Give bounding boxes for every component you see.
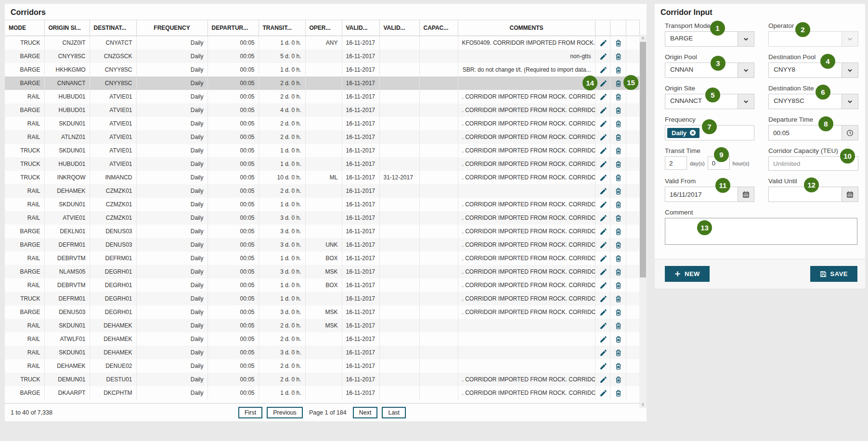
scrollbar-thumb[interactable]: [640, 42, 646, 277]
col-header-transit[interactable]: TRANSIT...: [259, 20, 305, 36]
delete-icon[interactable]: [610, 211, 626, 225]
table-row[interactable]: RAILSKDUN01CZMZK01Daily00:051 d. 0 h.16-…: [5, 198, 639, 211]
table-row[interactable]: RAILDEBRVTMDEGRH01Daily00:051 d. 0 h.BOX…: [5, 278, 639, 292]
col-header-capacity[interactable]: CAPAC...: [419, 20, 458, 36]
edit-icon[interactable]: [595, 63, 610, 76]
edit-icon[interactable]: [595, 144, 610, 157]
edit-icon[interactable]: [595, 157, 610, 171]
col-header-departure[interactable]: DEPARTUR...: [207, 20, 259, 36]
delete-icon[interactable]: [610, 292, 626, 305]
table-row[interactable]: BARGEDEFRM01DENUS03Daily00:053 d. 0 h.UN…: [5, 238, 639, 252]
edit-icon[interactable]: [595, 36, 610, 50]
edit-icon[interactable]: [595, 117, 610, 130]
calendar-icon[interactable]: [842, 187, 858, 202]
table-row[interactable]: RAILATWLF01DEHAMEKDaily00:052 d. 0 h.16-…: [5, 332, 639, 346]
col-header-frequency[interactable]: FREQUENCY: [136, 20, 207, 36]
edit-icon[interactable]: [595, 386, 610, 400]
delete-icon[interactable]: [610, 144, 626, 157]
edit-icon[interactable]: [595, 359, 610, 373]
table-row[interactable]: TRUCKCNJZ0ITCNYATCTDaily00:051 d. 0 h.AN…: [5, 36, 639, 50]
delete-icon[interactable]: [610, 171, 626, 184]
edit-icon[interactable]: [595, 332, 610, 346]
delete-icon[interactable]: [610, 359, 626, 373]
delete-icon[interactable]: [610, 103, 626, 117]
next-page-button[interactable]: Next: [353, 407, 378, 418]
origin-pool-select[interactable]: CNNAN: [665, 63, 754, 78]
delete-icon[interactable]: [610, 50, 626, 63]
col-header-destination[interactable]: DESTINAT...: [90, 20, 136, 36]
scroll-up-icon[interactable]: ∧: [639, 35, 647, 41]
edit-icon[interactable]: [595, 265, 610, 278]
delete-icon[interactable]: [610, 346, 626, 359]
transport-mode-select[interactable]: BARGE: [665, 31, 754, 47]
remove-chip-icon[interactable]: [689, 129, 696, 136]
edit-icon[interactable]: [595, 278, 610, 292]
table-row[interactable]: TRUCKDEFRM01DEGRH01Daily00:051 d. 0 h.16…: [5, 292, 639, 305]
delete-icon[interactable]: [610, 157, 626, 171]
table-row[interactable]: TRUCKSKDUN01ATVIE01Daily00:051 d. 0 h.16…: [5, 144, 639, 157]
edit-icon[interactable]: [595, 225, 610, 238]
table-row[interactable]: BARGEDEKLN01DENUS03Daily00:053 d. 0 h.16…: [5, 225, 639, 238]
destination-site-select[interactable]: CNYY8SC: [768, 94, 858, 109]
last-page-button[interactable]: Last: [382, 407, 406, 418]
table-row[interactable]: RAILATLNZ01ATVIE01Daily00:052 d. 0 h.16-…: [5, 130, 639, 144]
delete-icon[interactable]: [610, 305, 626, 319]
delete-icon[interactable]: [610, 386, 626, 400]
edit-icon[interactable]: [595, 305, 610, 319]
edit-icon[interactable]: [595, 103, 610, 117]
table-row[interactable]: BARGEHKHKGMOCNYY8SCDaily00:051 d. 0 h.16…: [5, 63, 639, 76]
previous-page-button[interactable]: Previous: [267, 407, 303, 418]
table-row[interactable]: RAILSKDUN01ATVIE01Daily00:052 d. 0 h.16-…: [5, 117, 639, 130]
table-row[interactable]: RAILSKDUN01DEHAMEKDaily00:053 d. 0 h.16-…: [5, 346, 639, 359]
delete-icon[interactable]: [610, 238, 626, 252]
table-row[interactable]: TRUCKHUBUD01ATVIE01Daily00:051 d. 0 h.16…: [5, 157, 639, 171]
delete-icon[interactable]: [610, 373, 626, 386]
edit-icon[interactable]: [595, 319, 610, 332]
table-row[interactable]: RAILDEHAMEKCZMZK01Daily00:052 d. 0 h.16-…: [5, 184, 639, 198]
delete-icon[interactable]: [610, 184, 626, 198]
first-page-button[interactable]: First: [238, 407, 262, 418]
edit-icon[interactable]: [595, 198, 610, 211]
edit-icon[interactable]: [595, 346, 610, 359]
scroll-down-icon[interactable]: ∨: [639, 401, 647, 408]
destination-pool-select[interactable]: CNYY8: [768, 63, 858, 78]
table-row[interactable]: BARGEDENUS03DEGRH01Daily00:053 d. 0 h.MS…: [5, 305, 639, 319]
table-row[interactable]: BARGEDKAARPTDKCPHTMDaily00:051 d. 0 h.16…: [5, 386, 639, 400]
delete-icon[interactable]: [610, 225, 626, 238]
table-row[interactable]: RAILDEHAMEKDENUE02Daily00:052 d. 0 h.16-…: [5, 359, 639, 373]
delete-icon[interactable]: [610, 63, 626, 76]
delete-icon[interactable]: [610, 130, 626, 144]
col-header-valid-until[interactable]: VALID...: [379, 20, 419, 36]
table-scrollbar[interactable]: ∧ ∨: [639, 35, 647, 408]
comment-field[interactable]: [665, 218, 857, 245]
table-row[interactable]: BARGEHUBUD01ATVIE01Daily00:054 d. 0 h.16…: [5, 103, 639, 117]
delete-icon[interactable]: [610, 319, 626, 332]
delete-icon[interactable]: [610, 198, 626, 211]
edit-icon[interactable]: [595, 171, 610, 184]
delete-icon[interactable]: [610, 265, 626, 278]
table-row[interactable]: TRUCKINKRQOWINMANCDDaily00:0510 d. 0 h.M…: [5, 171, 639, 184]
clock-icon[interactable]: [842, 126, 858, 140]
table-row[interactable]: RAILDEBRVTMDEFRM01Daily00:051 d. 0 h.BOX…: [5, 252, 639, 265]
edit-icon[interactable]: [595, 130, 610, 144]
col-header-mode[interactable]: MODE: [5, 20, 44, 36]
table-row[interactable]: BARGECNYY8SCCNZGSCKDaily00:055 d. 0 h.16…: [5, 50, 639, 63]
edit-icon[interactable]: [595, 292, 610, 305]
save-button[interactable]: SAVE: [810, 266, 857, 282]
edit-icon[interactable]: [595, 252, 610, 265]
edit-icon[interactable]: [595, 90, 610, 103]
edit-icon[interactable]: [595, 373, 610, 386]
delete-icon[interactable]: [610, 252, 626, 265]
col-header-comments[interactable]: COMMENTS: [458, 20, 595, 36]
table-row[interactable]: BARGENLAMS05DEGRH01Daily00:053 d. 0 h.MS…: [5, 265, 639, 278]
col-header-origin-site[interactable]: ORIGIN SI...: [44, 20, 90, 36]
transit-days-field[interactable]: [665, 156, 687, 170]
edit-icon[interactable]: [595, 238, 610, 252]
delete-icon[interactable]: [610, 117, 626, 130]
delete-icon[interactable]: [610, 90, 626, 103]
delete-icon[interactable]: [610, 36, 626, 50]
col-header-valid-from[interactable]: VALID...: [342, 20, 379, 36]
delete-icon[interactable]: [610, 332, 626, 346]
edit-icon[interactable]: [595, 50, 610, 63]
col-header-operator[interactable]: OPER...: [305, 20, 342, 36]
